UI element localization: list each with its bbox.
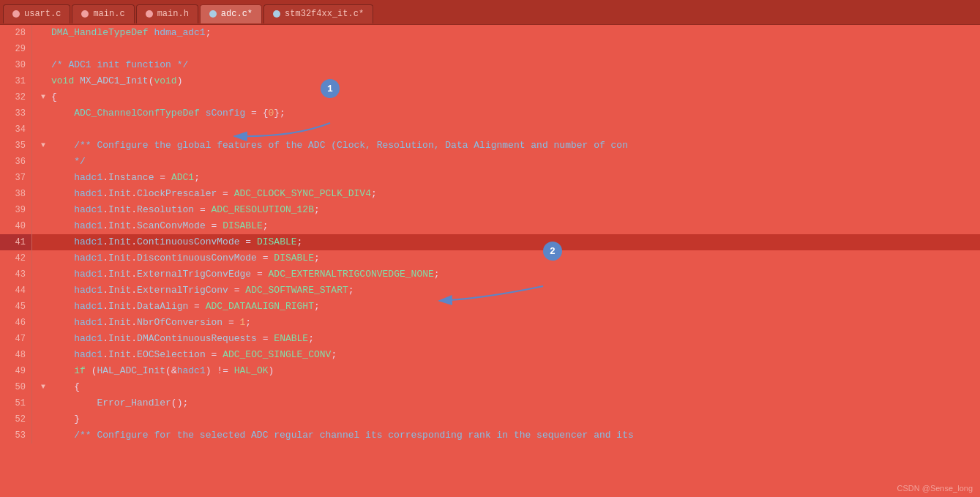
line-number: 30: [0, 57, 32, 73]
line-number: 28: [0, 25, 32, 41]
tab-label: adc.c*: [221, 9, 253, 19]
code-line-53: 53 /** Configure for the selected ADC re…: [0, 427, 980, 444]
fold-button[interactable]: [38, 25, 48, 41]
line-number: 53: [0, 427, 32, 444]
code-line-32: 32 ▼ {: [0, 89, 980, 105]
code-line-30: 30 /* ADC1 init function */: [0, 57, 980, 73]
fold-button: [38, 41, 48, 57]
fold-button: [38, 331, 48, 347]
annotation-1: 1: [321, 79, 340, 98]
code-content: hadc1.Instance = ADC1;: [48, 170, 980, 186]
tab-label: main.h: [157, 9, 189, 19]
tab-icon: [81, 10, 89, 18]
line-number: 37: [0, 170, 32, 186]
fold-button: [38, 427, 48, 444]
code-content: hadc1.Init.ScanConvMode = DISABLE;: [48, 218, 980, 234]
line-number: 35: [0, 138, 32, 154]
fold-button: [38, 105, 48, 122]
fold-button: [38, 395, 48, 411]
code-line-39: 39 hadc1.Init.Resolution = ADC_RESOLUTIO…: [0, 202, 980, 218]
tab-icon: [12, 10, 20, 18]
line-number: 31: [0, 73, 32, 89]
code-line-51: 51 Error_Handler();: [0, 395, 980, 411]
fold-button: [38, 73, 48, 89]
code-content: }: [48, 411, 980, 427]
code-content: hadc1.Init.DMAContinuousRequests = ENABL…: [48, 331, 980, 347]
line-number: 45: [0, 299, 32, 315]
fold-button: [38, 283, 48, 299]
code-content: void MX_ADC1_Init(void): [48, 73, 980, 89]
code-content: hadc1.Init.NbrOfConversion = 1;: [48, 315, 980, 331]
code-content: {: [48, 379, 980, 395]
line-number: 44: [0, 283, 32, 299]
code-content: hadc1.Init.ContinuousConvMode = DISABLE;: [48, 234, 980, 250]
tab-usart-c[interactable]: usart.c: [3, 4, 70, 23]
fold-button: [38, 234, 48, 250]
code-content: hadc1.Init.ExternalTrigConvEdge = ADC_EX…: [48, 266, 980, 283]
tab-adc-c[interactable]: adc.c*: [200, 4, 262, 23]
code-line-48: 48 hadc1.Init.EOCSelection = ADC_EOC_SIN…: [0, 347, 980, 363]
fold-button: [38, 299, 48, 315]
tab-stm32-it-c[interactable]: stm32f4xx_it.c*: [263, 4, 373, 23]
line-number: 32: [0, 89, 32, 105]
fold-button: [38, 347, 48, 363]
code-line-45: 45 hadc1.Init.DataAlign = ADC_DATAALIGN_…: [0, 299, 980, 315]
tab-icon: [146, 10, 153, 18]
fold-button[interactable]: ▼: [38, 89, 48, 105]
line-number: 41: [0, 234, 32, 250]
code-line-34: 34: [0, 122, 980, 138]
fold-button: [38, 154, 48, 170]
tab-icon: [273, 10, 280, 18]
code-content: hadc1.Init.Resolution = ADC_RESOLUTION_1…: [48, 202, 980, 218]
line-number: 51: [0, 395, 32, 411]
code-content: hadc1.Init.DiscontinuousConvMode = DISAB…: [48, 250, 980, 266]
tab-icon: [209, 10, 217, 18]
code-line-29: 29: [0, 41, 980, 57]
code-content: /* ADC1 init function */: [48, 57, 980, 73]
watermark: CSDN @Sense_long: [897, 484, 973, 493]
code-line-41: 41 hadc1.Init.ContinuousConvMode = DISAB…: [0, 234, 980, 250]
line-number: 29: [0, 41, 32, 57]
code-content: [48, 41, 980, 57]
fold-button[interactable]: ▼: [38, 138, 48, 154]
line-number: 40: [0, 218, 32, 234]
line-number: 46: [0, 315, 32, 331]
code-line-43: 43 hadc1.Init.ExternalTrigConvEdge = ADC…: [0, 266, 980, 283]
line-number: 43: [0, 266, 32, 283]
line-number: 39: [0, 202, 32, 218]
code-line-42: 42 hadc1.Init.DiscontinuousConvMode = DI…: [0, 250, 980, 266]
fold-button: [38, 122, 48, 138]
line-number: 34: [0, 122, 32, 138]
annotation-2: 2: [543, 242, 562, 261]
tab-main-h[interactable]: main.h: [136, 4, 198, 23]
line-number: 49: [0, 363, 32, 379]
code-line-47: 47 hadc1.Init.DMAContinuousRequests = EN…: [0, 331, 980, 347]
line-number: 50: [0, 379, 32, 395]
fold-button: [38, 202, 48, 218]
code-content: [48, 122, 980, 138]
code-content: hadc1.Init.ExternalTrigConv = ADC_SOFTWA…: [48, 283, 980, 299]
line-number: 42: [0, 250, 32, 266]
code-line-40: 40 hadc1.Init.ScanConvMode = DISABLE;: [0, 218, 980, 234]
code-content: if (HAL_ADC_Init(&hadc1) != HAL_OK): [48, 363, 980, 379]
code-line-49: 49 if (HAL_ADC_Init(&hadc1) != HAL_OK): [0, 363, 980, 379]
code-line-35: 35 ▼ /** Configure the global features o…: [0, 138, 980, 154]
code-content: Error_Handler();: [48, 395, 980, 411]
line-number: 38: [0, 186, 32, 202]
tab-label: stm32f4xx_it.c*: [285, 9, 364, 19]
line-number: 48: [0, 347, 32, 363]
code-content: ADC_ChannelConfTypeDef sConfig = {0};: [48, 105, 980, 122]
fold-button: [38, 57, 48, 73]
tab-label: main.c: [93, 9, 124, 19]
tab-main-c[interactable]: main.c: [72, 4, 134, 23]
tab-bar: usart.c main.c main.h adc.c* stm32f4xx_i…: [0, 0, 980, 25]
fold-button[interactable]: ▼: [38, 379, 48, 395]
code-line-28: 28 DMA_HandleTypeDef hdma_adc1;: [0, 25, 980, 41]
code-line-31: 31 void MX_ADC1_Init(void): [0, 73, 980, 89]
code-content: /** Configure the global features of the…: [48, 138, 980, 154]
fold-button: [38, 363, 48, 379]
fold-button: [38, 170, 48, 186]
code-line-50: 50 ▼ {: [0, 379, 980, 395]
line-number: 52: [0, 411, 32, 427]
code-line-33: 33 ADC_ChannelConfTypeDef sConfig = {0};: [0, 105, 980, 122]
